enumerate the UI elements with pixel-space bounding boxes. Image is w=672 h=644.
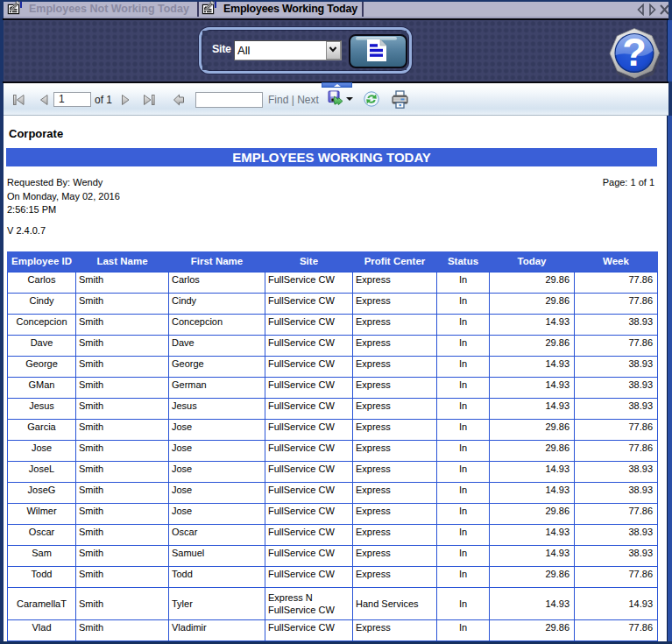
svg-text:?: ? [622,30,647,74]
